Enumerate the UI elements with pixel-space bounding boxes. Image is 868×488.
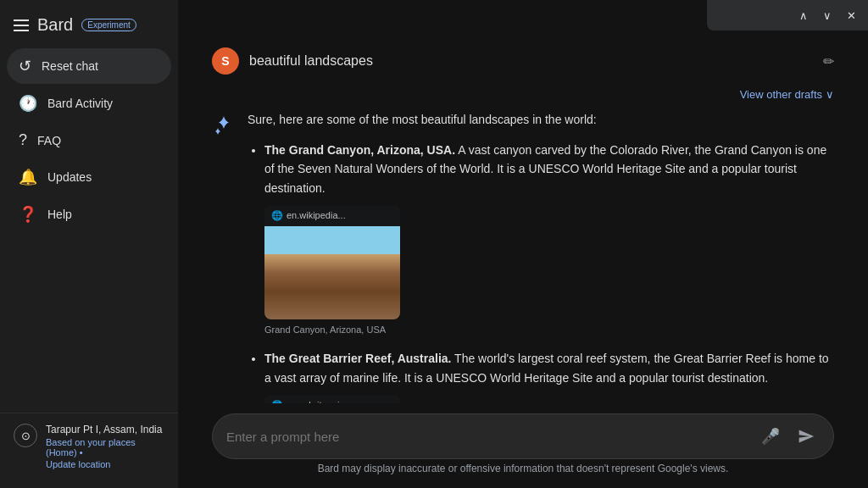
help-icon: ❓ xyxy=(19,205,37,224)
response-list: The Grand Canyon, Arizona, USA. A vast c… xyxy=(248,141,834,403)
sidebar-nav: ↺ Reset chat 🕐 Bard Activity ? FAQ 🔔 Upd… xyxy=(0,48,178,413)
sidebar-item-label-reset: Reset chat xyxy=(42,59,98,73)
view-drafts-button[interactable]: View other drafts ∨ xyxy=(740,88,834,101)
activity-icon: 🕐 xyxy=(19,94,37,113)
sidebar-item-label-activity: Bard Activity xyxy=(47,97,113,110)
chevron-down-icon: ∨ xyxy=(826,88,834,101)
sidebar-bottom: ⊙ Tarapur Pt I, Assam, India Based on yo… xyxy=(0,413,178,480)
experiment-badge: Experiment xyxy=(81,19,136,31)
close-button[interactable]: ✕ xyxy=(841,5,861,25)
grand-canyon-visual xyxy=(264,226,400,319)
globe-icon: 🌐 xyxy=(271,208,283,224)
reset-icon: ↺ xyxy=(19,57,31,75)
sidebar-item-label-updates: Updates xyxy=(47,170,92,184)
image-card-barrier-reef: 🌐 www.britanni... xyxy=(264,396,400,403)
chat-area: S beautiful landscapes ✏ View other draf… xyxy=(178,30,868,403)
down-button[interactable]: ∨ xyxy=(817,5,837,25)
user-message: S beautiful landscapes ✏ xyxy=(212,47,834,75)
top-bar: ∧ ∨ ✕ xyxy=(707,0,868,30)
edit-icon[interactable]: ✏ xyxy=(823,53,834,69)
input-box: 🎤 xyxy=(212,413,834,459)
updates-icon: 🔔 xyxy=(19,168,37,186)
response-content: Sure, here are some of the most beautifu… xyxy=(248,111,834,403)
app-title: Bard xyxy=(37,15,73,35)
location-icon: ⊙ xyxy=(14,424,37,447)
main-content: ∧ ∨ ✕ S beautiful landscapes ✏ View othe… xyxy=(178,0,868,488)
image-source-label: 🌐 en.wikipedia... xyxy=(264,206,400,226)
bard-response: Sure, here are some of the most beautifu… xyxy=(212,111,834,403)
user-avatar: S xyxy=(212,47,239,75)
input-area: 🎤 Bard may display inaccurate or offensi… xyxy=(178,403,868,488)
item-title: The Grand Canyon, Arizona, USA. A vast c… xyxy=(264,143,826,195)
top-bar-controls: ∧ ∨ ✕ xyxy=(793,5,861,25)
image-card-grand-canyon: 🌐 en.wikipedia... xyxy=(264,206,400,319)
grand-canyon-caption: Grand Canyon, Arizona, USA xyxy=(264,323,834,338)
sidebar-item-reset-chat[interactable]: ↺ Reset chat xyxy=(7,48,171,84)
list-item: The Grand Canyon, Arizona, USA. A vast c… xyxy=(264,141,834,337)
faq-icon: ? xyxy=(19,131,27,149)
bard-star-icon xyxy=(212,113,236,136)
location-basis: Based on your places (Home) • xyxy=(46,437,164,458)
response-intro: Sure, here are some of the most beautifu… xyxy=(248,111,834,129)
sidebar-item-bard-activity[interactable]: 🕐 Bard Activity xyxy=(7,86,171,121)
prompt-input[interactable] xyxy=(226,430,748,444)
sidebar-item-label-faq: FAQ xyxy=(37,134,61,147)
sidebar-item-faq[interactable]: ? FAQ xyxy=(7,123,171,158)
view-drafts-label: View other drafts xyxy=(740,88,822,101)
location-name: Tarapur Pt I, Assam, India xyxy=(46,424,164,435)
drafts-bar: View other drafts ∨ xyxy=(212,88,834,101)
sidebar-item-updates[interactable]: 🔔 Updates xyxy=(7,159,171,195)
image-source-label-2: 🌐 www.britanni... xyxy=(264,396,400,403)
sidebar: Bard Experiment ↺ Reset chat 🕐 Bard Acti… xyxy=(0,0,178,488)
up-button[interactable]: ∧ xyxy=(793,5,814,25)
location-info: ⊙ Tarapur Pt I, Assam, India Based on yo… xyxy=(14,424,164,469)
disclaimer-text: Bard may display inaccurate or offensive… xyxy=(212,459,834,481)
send-button[interactable] xyxy=(793,423,820,450)
sidebar-item-help[interactable]: ❓ Help xyxy=(7,197,171,232)
list-item: The Great Barrier Reef, Australia. The w… xyxy=(264,349,834,403)
location-details: Tarapur Pt I, Assam, India Based on your… xyxy=(46,424,164,469)
image-source-text: en.wikipedia... xyxy=(287,208,346,224)
sidebar-item-label-help: Help xyxy=(47,208,72,221)
user-query-text: beautiful landscapes xyxy=(249,53,813,69)
item-title: The Great Barrier Reef, Australia. The w… xyxy=(264,352,829,384)
grand-canyon-image xyxy=(264,226,400,319)
hamburger-menu[interactable] xyxy=(14,19,29,31)
update-location-link[interactable]: Update location xyxy=(46,459,164,469)
sidebar-header: Bard Experiment xyxy=(0,8,178,48)
mic-button[interactable]: 🎤 xyxy=(757,423,784,450)
